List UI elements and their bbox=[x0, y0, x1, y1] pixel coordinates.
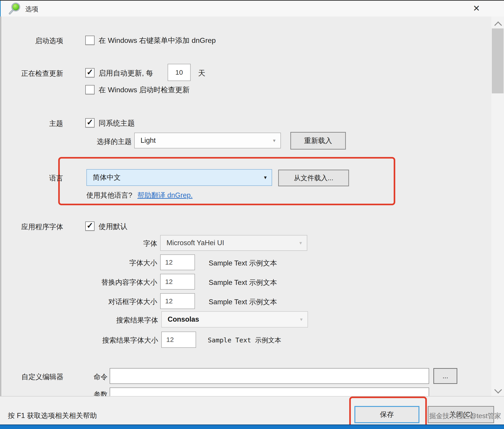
help-hint-text: 按 F1 获取选项相关相关帮助 bbox=[8, 411, 97, 420]
auto-update-checkbox[interactable]: ✓ bbox=[85, 68, 95, 77]
dialog-font-size-input[interactable]: 12 bbox=[160, 293, 195, 309]
theme-label: 主题 bbox=[0, 119, 63, 128]
use-default-font-checkbox[interactable]: ✓ bbox=[85, 222, 95, 231]
watermark-text: 掘金技术社区@test管家 bbox=[429, 411, 501, 421]
font-family-select[interactable]: Microsoft YaHei UI ▼ bbox=[160, 235, 307, 251]
dialog-font-size-sample: Sample Text 示例文本 bbox=[209, 297, 277, 307]
days-suffix-label: 天 bbox=[198, 68, 205, 78]
other-language-question: 使用其他语言? bbox=[86, 191, 132, 199]
close-icon[interactable]: ✕ bbox=[473, 3, 480, 13]
context-menu-checkbox-label[interactable]: 在 Windows 右键菜单中添加 dnGrep bbox=[99, 36, 216, 45]
results-font-select[interactable]: Consolas ▼ bbox=[161, 311, 308, 328]
title-bar: 选项 ✕ bbox=[1, 1, 504, 17]
custom-editor-label: 自定义编辑器 bbox=[0, 372, 63, 382]
save-button[interactable]: 保存 bbox=[354, 406, 419, 423]
selected-theme-label: 选择的主题 bbox=[64, 137, 132, 146]
dialog-title: 选项 bbox=[25, 5, 38, 14]
browse-command-button[interactable]: ... bbox=[433, 368, 457, 384]
follow-system-theme-label[interactable]: 同系统主题 bbox=[99, 118, 135, 128]
chevron-down-icon: ▼ bbox=[299, 317, 303, 322]
font-size-sample: Sample Text 示例文本 bbox=[209, 259, 277, 268]
chevron-down-icon: ▼ bbox=[263, 175, 268, 180]
application-font-label: 应用程序字体 bbox=[0, 222, 63, 232]
language-select-value: 简体中文 bbox=[93, 173, 121, 182]
use-default-font-label[interactable]: 使用默认 bbox=[99, 222, 127, 232]
language-select[interactable]: 简体中文 ▼ bbox=[86, 169, 272, 186]
startup-options-label: 启动选项 bbox=[0, 36, 63, 45]
auto-update-label[interactable]: 启用自动更新, 每 bbox=[99, 68, 153, 78]
theme-select[interactable]: Light ▼ bbox=[134, 133, 281, 148]
check-on-startup-checkbox[interactable] bbox=[85, 85, 95, 94]
results-font-size-sample: Sample Text 示例文本 bbox=[208, 336, 281, 345]
font-size-input[interactable]: 12 bbox=[160, 254, 195, 270]
replace-font-size-label: 替换内容字体大小 bbox=[63, 278, 157, 287]
options-magnifier-icon bbox=[8, 2, 21, 15]
replace-font-size-sample: Sample Text 示例文本 bbox=[209, 278, 277, 287]
command-input[interactable] bbox=[110, 368, 429, 384]
update-interval-input[interactable]: 10 bbox=[168, 64, 191, 81]
scrollbar-thumb[interactable] bbox=[492, 28, 504, 93]
replace-font-size-input[interactable]: 12 bbox=[160, 274, 195, 290]
font-family-value: Microsoft YaHei UI bbox=[166, 239, 224, 247]
checking-updates-label: 正在检查更新 bbox=[0, 69, 63, 78]
other-language-text: 使用其他语言? 帮助翻译 dnGrep. bbox=[86, 191, 193, 200]
font-size-label: 字体大小 bbox=[90, 258, 157, 268]
dialog-font-size-label: 对话框字体大小 bbox=[63, 297, 157, 306]
results-font-size-input[interactable]: 12 bbox=[161, 331, 196, 348]
context-menu-checkbox[interactable] bbox=[85, 36, 95, 45]
translate-dngrep-link[interactable]: 帮助翻译 dnGrep. bbox=[137, 191, 193, 199]
check-icon: ✓ bbox=[86, 118, 93, 126]
results-font-value: Consolas bbox=[168, 315, 199, 323]
results-font-size-label: 搜索结果字体大小 bbox=[63, 336, 158, 345]
load-language-from-file-button[interactable]: 从文件载入... bbox=[278, 170, 349, 186]
follow-system-theme-checkbox[interactable]: ✓ bbox=[85, 118, 95, 127]
check-icon: ✓ bbox=[86, 222, 93, 230]
taskbar-strip bbox=[0, 424, 504, 429]
theme-select-value: Light bbox=[141, 136, 156, 144]
chevron-down-icon: ▼ bbox=[272, 138, 276, 143]
command-label: 命令 bbox=[63, 372, 108, 382]
results-font-label: 搜索结果字体 bbox=[63, 315, 158, 325]
font-label: 字体 bbox=[90, 239, 157, 248]
language-label: 语言 bbox=[0, 173, 63, 183]
check-on-startup-label[interactable]: 在 Windows 启动时检查更新 bbox=[99, 85, 190, 95]
reload-theme-button[interactable]: 重新载入 bbox=[290, 132, 346, 150]
dngrep-options-dialog: 选项 ✕ 启动选项 在 Windows 右键菜单中添加 dnGrep 正在检查更… bbox=[0, 0, 504, 429]
chevron-down-icon: ▼ bbox=[298, 241, 303, 245]
check-icon: ✓ bbox=[86, 68, 93, 76]
